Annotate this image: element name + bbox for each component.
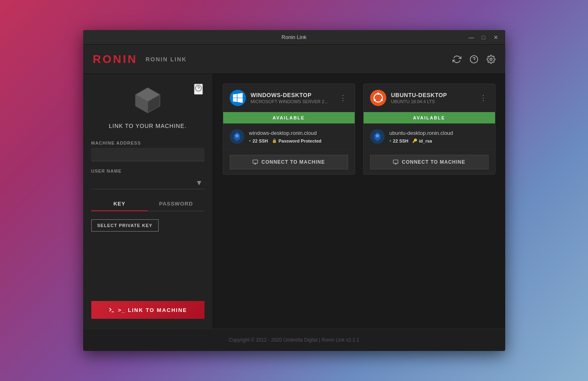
machine-icon-area [91, 84, 205, 116]
svg-point-15 [373, 99, 375, 101]
ubuntu-hostname: ubuntu-desktop.ronin.cloud [390, 130, 489, 136]
ubuntu-ronin-avatar [370, 129, 385, 144]
header-actions [452, 55, 495, 64]
ubuntu-connection-tags: 22 SSH id_rsa [390, 139, 489, 143]
right-panel: WINDOWS-DESKTOP MICROSOFT WINDOWS SERVER… [213, 74, 505, 329]
minimize-button[interactable]: — [467, 33, 476, 42]
machine-3d-icon [131, 84, 164, 116]
svg-point-18 [375, 134, 379, 138]
ubuntu-connection-info: ubuntu-desktop.ronin.cloud 22 SSH id_rsa [364, 123, 495, 150]
logo-text: ONIN [103, 53, 138, 65]
settings-button[interactable] [487, 55, 495, 64]
ubuntu-card-menu-button[interactable]: ⋮ [478, 92, 489, 104]
terminal-icon [108, 307, 115, 313]
windows-ronin-avatar [230, 129, 244, 144]
settings-icon [487, 55, 495, 64]
app-subtitle: RONIN LINK [146, 56, 187, 63]
app-window: Ronin Link — □ ✕ RONIN RONIN LINK [83, 30, 505, 351]
windows-desktop-card: WINDOWS-DESKTOP MICROSOFT WINDOWS SERVER… [223, 84, 355, 175]
windows-hostname: windows-desktop.ronin.cloud [249, 130, 348, 136]
ubuntu-auth-tag: id_rsa [412, 139, 432, 143]
ubuntu-connect-button[interactable]: CONNECT TO MACHINE [370, 155, 489, 169]
left-panel: LINK TO YOUR MACHINE. MACHINE ADDRESS US… [83, 74, 213, 329]
refresh-icon [452, 55, 461, 64]
logo: RONIN [93, 53, 138, 66]
logo-highlight: R [93, 53, 103, 65]
help-icon [470, 55, 478, 64]
username-input[interactable] [91, 176, 205, 189]
ubuntu-desktop-card: UBUNTU-DESKTOP UBUNTU 18.04.4 LTS ⋮ AVAI… [363, 84, 495, 175]
app-header: RONIN RONIN LINK [83, 45, 505, 74]
footer-copyright: Copyright © 2012 - 2020 Umbrella Digital… [229, 337, 359, 343]
machine-address-input[interactable] [91, 148, 205, 161]
svg-point-13 [377, 93, 379, 95]
help-button[interactable] [470, 55, 478, 64]
ubuntu-ssh-tag: 22 SSH [390, 139, 409, 143]
username-group: USER NAME ▼ [91, 169, 205, 189]
windows-title-area: WINDOWS-DESKTOP MICROSOFT WINDOWS SERVER… [251, 92, 333, 104]
windows-connection-details: windows-desktop.ronin.cloud 22 SSH Passw… [249, 130, 348, 143]
windows-connection-info: windows-desktop.ronin.cloud 22 SSH Passw… [223, 123, 355, 150]
windows-machine-os: MICROSOFT WINDOWS SERVER 2... [251, 99, 333, 104]
windows-card-header: WINDOWS-DESKTOP MICROSOFT WINDOWS SERVER… [223, 84, 355, 112]
windows-status-badge: AVAILABLE [223, 112, 355, 123]
machines-grid: WINDOWS-DESKTOP MICROSOFT WINDOWS SERVER… [223, 84, 495, 175]
select-private-key-button[interactable]: SELECT PRIVATE KEY [91, 219, 159, 232]
link-to-machine-button[interactable]: >_ LINK TO MACHINE [91, 301, 205, 319]
windows-os-icon [230, 90, 246, 106]
svg-point-10 [235, 134, 239, 138]
ubuntu-machine-os: UBUNTU 18.04.4 LTS [391, 99, 473, 104]
ubuntu-connect-label: CONNECT TO MACHINE [402, 159, 465, 165]
windows-connection-tags: 22 SSH Password Protected [249, 139, 348, 143]
windows-card-menu-button[interactable]: ⋮ [338, 92, 348, 104]
svg-point-14 [381, 99, 383, 101]
link-machine-label: >_ LINK TO MACHINE [118, 307, 187, 313]
windows-machine-name: WINDOWS-DESKTOP [251, 92, 333, 98]
refresh-button[interactable] [452, 55, 461, 64]
key-panel: SELECT PRIVATE KEY [91, 219, 205, 232]
monitor-icon-windows [252, 159, 258, 165]
tab-password[interactable]: PASSWORD [148, 197, 205, 211]
svg-rect-19 [393, 160, 398, 163]
ubuntu-title-area: UBUNTU-DESKTOP UBUNTU 18.04.4 LTS [391, 92, 473, 104]
ronin-avatar-icon [231, 131, 243, 142]
title-bar-controls: — □ ✕ [467, 33, 500, 42]
svg-point-1 [490, 58, 492, 61]
ubuntu-status-badge: AVAILABLE [364, 112, 495, 123]
windows-connect-button[interactable]: CONNECT TO MACHINE [230, 155, 348, 169]
monitor-icon-ubuntu [393, 159, 398, 165]
window-title: Ronin Link [282, 34, 306, 40]
left-panel-help-button[interactable] [194, 84, 203, 95]
ubuntu-connection-details: ubuntu-desktop.ronin.cloud 22 SSH id_rsa [390, 130, 489, 143]
close-button[interactable]: ✕ [491, 33, 500, 42]
windows-logo-icon [233, 93, 243, 103]
machine-address-group: MACHINE ADDRESS [91, 141, 205, 161]
help-circle-icon [195, 84, 202, 92]
auth-tabs: KEY PASSWORD [91, 197, 205, 211]
ubuntu-os-icon [370, 90, 386, 106]
app-body: LINK TO YOUR MACHINE. MACHINE ADDRESS US… [83, 74, 505, 329]
maximize-button[interactable]: □ [479, 33, 488, 42]
windows-connect-label: CONNECT TO MACHINE [261, 159, 325, 165]
title-bar: Ronin Link — □ ✕ [83, 30, 505, 45]
ubuntu-card-header: UBUNTU-DESKTOP UBUNTU 18.04.4 LTS ⋮ [364, 84, 495, 112]
ubuntu-machine-name: UBUNTU-DESKTOP [391, 92, 473, 98]
app-footer: Copyright © 2012 - 2020 Umbrella Digital… [83, 329, 505, 351]
username-label: USER NAME [91, 169, 205, 173]
tab-key[interactable]: KEY [91, 197, 148, 211]
ubuntu-ronin-avatar-icon [372, 131, 383, 142]
windows-auth-tag: Password Protected [272, 139, 321, 143]
ubuntu-logo-icon [373, 93, 383, 103]
svg-rect-11 [253, 160, 258, 163]
machine-address-label: MACHINE ADDRESS [91, 141, 205, 145]
link-machine-title: LINK TO YOUR MACHINE. [109, 123, 186, 129]
username-input-wrapper: ▼ [91, 176, 205, 189]
windows-ssh-tag: 22 SSH [249, 139, 268, 143]
